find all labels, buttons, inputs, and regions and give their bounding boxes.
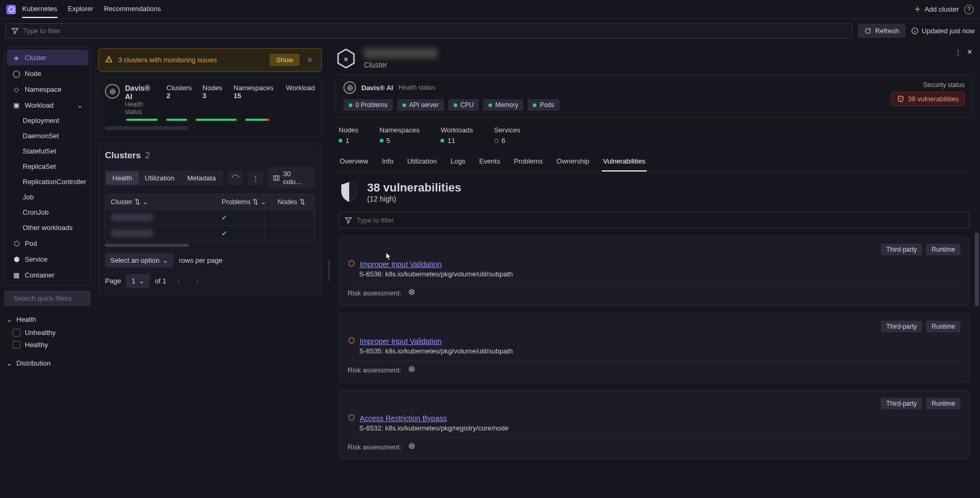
alert-show-button[interactable]: Show	[270, 54, 300, 66]
metric-workloads[interactable]: Workloads 11	[440, 126, 473, 145]
next-page-button[interactable]: ›	[190, 274, 204, 288]
help-icon[interactable]: ?	[964, 5, 974, 14]
nav-tab-explorer[interactable]: Explorer	[68, 1, 93, 18]
vulnerability-link[interactable]: Access Restriction Bypass	[360, 414, 447, 423]
vulnerabilities-badge[interactable]: 38 vulnerabilities	[891, 92, 965, 106]
expand-button[interactable]	[227, 170, 243, 185]
refresh-button[interactable]: Refresh	[858, 24, 906, 38]
vulnerabilities-filter[interactable]	[339, 212, 969, 228]
close-detail-button[interactable]: ✕	[967, 48, 973, 56]
columns-button[interactable]: 30 colu…	[267, 167, 315, 188]
tab-events[interactable]: Events	[478, 152, 501, 171]
sidebar-item-replicationcontroller[interactable]: ReplicationController	[7, 174, 88, 189]
sidebar-item-cronjob[interactable]: CronJob	[7, 205, 88, 220]
horizontal-scrollbar[interactable]	[105, 126, 189, 130]
sidebar-item-other-workloads[interactable]: Other workloads	[7, 220, 88, 235]
filter-unhealthy[interactable]: Unhealthy	[4, 327, 91, 339]
pill-pods[interactable]: Pods	[527, 99, 559, 111]
severity-high-icon	[348, 337, 356, 346]
tab-vulnerabilities[interactable]: Vulnerabilities	[602, 152, 646, 171]
view-tab-metadata[interactable]: Metadata	[181, 171, 222, 185]
panel-resizer[interactable]	[327, 43, 331, 498]
vulnerability-link[interactable]: Improper Input Validation	[360, 260, 441, 269]
sidebar-item-daemonset[interactable]: DaemonSet	[7, 128, 88, 143]
filter-group-distribution[interactable]: ⌄ Distribution	[4, 356, 91, 370]
table-row[interactable]: ✔	[105, 209, 314, 225]
pill-cpu[interactable]: CPU	[448, 99, 479, 111]
tab-overview[interactable]: Overview	[339, 152, 369, 171]
table-horizontal-scrollbar[interactable]	[105, 244, 189, 247]
filter-healthy[interactable]: Healthy	[4, 339, 91, 351]
tab-info[interactable]: Info	[381, 152, 395, 171]
search-quick-filters[interactable]	[4, 291, 91, 306]
sidebar-item-container[interactable]: ▦ Container	[7, 267, 88, 283]
pill-apiserver[interactable]: API server	[397, 99, 444, 111]
cluster-name-redacted	[111, 229, 153, 237]
view-tab-health[interactable]: Health	[106, 171, 139, 185]
nav-tab-recommendations[interactable]: Recommendations	[104, 1, 161, 18]
vulnerabilities-summary: 38 vulnerabilities (12 high)	[335, 172, 973, 212]
health-bar-clusters	[126, 119, 158, 121]
detail-vertical-scrollbar[interactable]	[975, 233, 979, 307]
workload-icon: ▣	[12, 101, 21, 109]
metrics-row: Nodes 1 Namespaces 5 Workloads 11 Servic…	[335, 124, 973, 152]
tab-ownership[interactable]: Ownership	[555, 152, 590, 171]
risk-label: Risk assessment:	[348, 289, 401, 297]
pill-memory[interactable]: Memory	[483, 99, 523, 111]
columns-icon	[273, 174, 280, 182]
search-quick-filters-input[interactable]	[14, 294, 95, 302]
tab-utilization[interactable]: Utilization	[406, 152, 438, 171]
cluster-name-redacted	[111, 214, 153, 221]
more-options-button[interactable]: ⋮	[247, 170, 263, 185]
prev-page-button[interactable]: ‹	[171, 274, 185, 288]
detail-tabs: Overview Info Utilization Logs Events Pr…	[335, 152, 973, 172]
chevron-down-icon: ⌄	[6, 315, 12, 323]
chevron-down-icon: ⌄	[139, 277, 145, 285]
sidebar-item-node[interactable]: ◯ Node	[7, 65, 88, 81]
tab-problems[interactable]: Problems	[513, 152, 544, 171]
tab-logs[interactable]: Logs	[449, 152, 466, 171]
filter-label: Healthy	[25, 341, 48, 349]
pill-problems[interactable]: 0 Problems	[343, 99, 393, 111]
sidebar-item-cluster[interactable]: ◈ Cluster	[7, 50, 88, 65]
global-filter-input[interactable]	[23, 27, 847, 35]
rows-per-page-label: rows per page	[179, 256, 222, 264]
sidebar-item-pod[interactable]: ⬡ Pod	[7, 235, 88, 251]
svg-point-0	[8, 7, 13, 12]
table-row[interactable]: ✔	[105, 225, 314, 241]
sidebar-item-label: Pod	[25, 240, 37, 247]
metric-services[interactable]: Services 6	[494, 126, 521, 145]
metric-namespaces[interactable]: Namespaces 5	[380, 126, 420, 145]
sidebar-item-namespace[interactable]: ◇ Namespace	[7, 81, 88, 97]
column-header-nodes[interactable]: Nodes ⇅	[272, 194, 314, 209]
sidebar-item-replicaset[interactable]: ReplicaSet	[7, 159, 88, 174]
sidebar-item-service[interactable]: ⬢ Service	[7, 251, 88, 267]
metric-nodes[interactable]: Nodes 1	[339, 126, 359, 145]
plus-icon	[914, 5, 921, 13]
vuln-badge-runtime: Runtime	[926, 321, 960, 332]
global-filter-input-wrap[interactable]	[5, 23, 852, 39]
more-options-button[interactable]: ⋮	[955, 48, 962, 56]
risk-label: Risk assessment:	[348, 443, 401, 451]
nav-tab-kubernetes[interactable]: Kubernetes	[22, 1, 57, 18]
filter-funnel-icon	[11, 27, 19, 35]
sidebar-item-statefulset[interactable]: StatefulSet	[7, 143, 88, 159]
view-tab-utilization[interactable]: Utilization	[139, 171, 181, 185]
sidebar-item-job[interactable]: Job	[7, 189, 88, 205]
alert-close-button[interactable]: ✕	[305, 55, 315, 65]
sidebar-item-deployment[interactable]: Deployment	[7, 113, 88, 128]
column-header-problems[interactable]: Problems ⇅ ⌄	[216, 194, 272, 209]
view-tabs: Health Utilization Metadata	[105, 170, 223, 186]
rows-per-page-select[interactable]: Select an option ⌄	[105, 253, 174, 267]
filter-group-health[interactable]: ⌄ Health	[4, 312, 91, 327]
vulnerabilities-filter-input[interactable]	[357, 216, 964, 224]
add-cluster-button[interactable]: Add cluster	[914, 5, 959, 13]
vulnerability-link[interactable]: Improper Input Validation	[360, 337, 441, 346]
shield-icon	[339, 180, 360, 204]
cluster-detail-panel: ⎈ Cluster ⋮ ✕ Davis® AI Health status	[331, 43, 980, 498]
column-header-cluster[interactable]: Cluster ⇅ ⌄	[105, 194, 216, 209]
filter-bar: Refresh Updated just now	[0, 19, 980, 43]
svg-point-6	[347, 85, 352, 90]
sidebar-item-workload[interactable]: ▣ Workload ⌄	[7, 97, 88, 113]
page-select[interactable]: 1 ⌄	[126, 274, 149, 288]
